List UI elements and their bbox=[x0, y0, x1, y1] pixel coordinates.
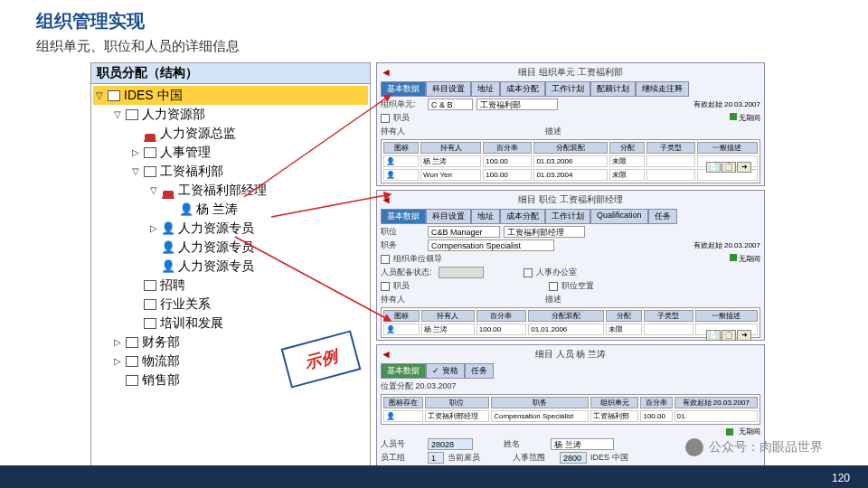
tree-item-training[interactable]: 培训和发展 bbox=[93, 314, 368, 333]
expand-icon[interactable]: ▽ bbox=[129, 165, 142, 178]
tree-label: 工资福利部 bbox=[160, 164, 223, 180]
tree-label: 杨 兰涛 bbox=[196, 202, 238, 218]
tab-addr[interactable]: 地址 bbox=[471, 209, 500, 224]
tab-cost[interactable]: 成本分配 bbox=[500, 209, 545, 224]
col-pos[interactable]: 职位 bbox=[425, 397, 489, 408]
tree-item-hrspec2[interactable]: 👤 人力资源专员 bbox=[93, 238, 368, 257]
tree-label: 人力资源专员 bbox=[178, 239, 254, 256]
tree-item-industry[interactable]: 行业关系 bbox=[93, 295, 368, 314]
tab-plan[interactable]: 工作计划 bbox=[545, 81, 590, 97]
tab-notes[interactable]: 继续走注释 bbox=[636, 81, 689, 97]
col-alloc[interactable]: 分配 bbox=[609, 142, 645, 154]
tree-header: 职员分配（结构） bbox=[91, 63, 370, 84]
col-assign[interactable]: 分配装配 bbox=[533, 142, 608, 154]
footer-bar bbox=[0, 465, 868, 488]
col-date[interactable]: 有效起始 20.03.2007 bbox=[675, 397, 758, 408]
table-row[interactable]: 👤工资福利部经理Compensation Specialist工资福利部100.… bbox=[383, 410, 758, 422]
unit-desc[interactable]: 工资福利部 bbox=[476, 99, 558, 110]
unit-value[interactable]: C & B bbox=[428, 99, 473, 110]
col-subtype[interactable]: 子类型 bbox=[646, 142, 694, 154]
leader-label: 组织单位领导 bbox=[393, 253, 457, 265]
expand-icon[interactable]: ▽ bbox=[147, 184, 160, 197]
org-tree-panel: 职员分配（结构） ▽ IDES 中国 ▽ 人力资源部 人力资源总监 ▷ bbox=[90, 62, 371, 482]
tree-label: 销售部 bbox=[142, 372, 180, 389]
tab-acct[interactable]: 科目设置 bbox=[426, 209, 471, 224]
staff-checkbox[interactable] bbox=[381, 114, 390, 123]
tab-task[interactable]: 任务 bbox=[648, 209, 677, 224]
expand-icon[interactable]: ▽ bbox=[93, 89, 106, 102]
org-unit-icon bbox=[126, 109, 138, 120]
card-title: 细目 职位 工资福利部经理 bbox=[381, 192, 760, 207]
staff-label: 职员 bbox=[393, 112, 437, 124]
office-label: 人事办公室 bbox=[536, 267, 580, 278]
tab-task[interactable]: 任务 bbox=[465, 363, 494, 379]
tree-label: 财务部 bbox=[142, 334, 180, 351]
col-pct[interactable]: 百分率 bbox=[483, 142, 532, 154]
col-holder[interactable]: 持有人 bbox=[420, 142, 481, 154]
action-icon[interactable]: 📄 bbox=[706, 162, 721, 173]
tree-root[interactable]: ▽ IDES 中国 bbox=[93, 86, 368, 105]
collapse-icon[interactable]: ▷ bbox=[129, 146, 142, 159]
table-row[interactable]: 👤杨 兰涛100.0001.03.2006未限 📄📋➜ bbox=[383, 155, 758, 167]
tab-qual[interactable]: Qualification bbox=[590, 209, 648, 224]
tab-cost[interactable]: 成本分配 bbox=[500, 81, 545, 97]
tab-quota[interactable]: 配额计划 bbox=[590, 81, 636, 97]
vacant-checkbox[interactable] bbox=[549, 282, 558, 291]
tab-bar: 基本数据 科目设置 地址 成本分配 工作计划 配额计划 继续走注释 bbox=[381, 81, 760, 97]
col-stored[interactable]: 图标存在 bbox=[383, 397, 423, 408]
tab-basic[interactable]: 基本数据 bbox=[381, 81, 426, 97]
col-org[interactable]: 组织单元 bbox=[590, 397, 638, 408]
desc-label: 描述 bbox=[545, 126, 589, 137]
tree-item-hr-director[interactable]: 人力资源总监 bbox=[93, 124, 368, 143]
wechat-icon bbox=[685, 438, 703, 456]
tab-plan[interactable]: 工作计划 bbox=[545, 209, 590, 224]
tab-qual[interactable]: ✓ 资格 bbox=[426, 363, 465, 379]
job-value[interactable]: Compensation Specialist bbox=[428, 239, 554, 251]
tree-item-hr[interactable]: ▽ 人力资源部 bbox=[93, 105, 368, 124]
org-unit-detail-card: ◄ 细目 组织单元 工资福利部 基本数据 科目设置 地址 成本分配 工作计划 配… bbox=[376, 62, 765, 186]
tab-basic[interactable]: 基本数据 bbox=[381, 363, 426, 379]
action-icon[interactable]: 📋 bbox=[722, 330, 736, 341]
pointer-icon: ◄ bbox=[381, 66, 392, 79]
table-row[interactable]: 👤杨 兰涛100.0001.01.2006未限 📄📋➜ bbox=[383, 324, 758, 335]
pos-desc[interactable]: 工资福利部经理 bbox=[504, 226, 585, 238]
col-job[interactable]: 职务 bbox=[491, 397, 589, 408]
collapse-icon[interactable]: ▷ bbox=[147, 222, 160, 235]
tree-item-recruit[interactable]: 招聘 bbox=[93, 276, 368, 295]
tree-item-compben[interactable]: ▽ 工资福利部 bbox=[93, 162, 368, 181]
tab-addr[interactable]: 地址 bbox=[471, 81, 500, 97]
col-icon[interactable]: 图标 bbox=[383, 142, 419, 154]
collapse-icon[interactable]: ▷ bbox=[111, 355, 124, 368]
table-row[interactable]: 👤Won Yen100.0001.03.2004未限 bbox=[383, 169, 758, 181]
office-checkbox[interactable] bbox=[524, 268, 533, 277]
org-unit-icon bbox=[144, 299, 156, 310]
action-icon[interactable]: 📋 bbox=[722, 162, 736, 173]
area-text: IDES 中国 bbox=[590, 452, 634, 464]
col-pct[interactable]: 百分率 bbox=[640, 397, 672, 408]
tree-item-yang[interactable]: 👤 杨 兰涛 bbox=[93, 200, 368, 219]
col-desc[interactable]: 一般描述 bbox=[697, 142, 759, 154]
org-unit-icon bbox=[144, 280, 156, 291]
action-icon[interactable]: ➜ bbox=[737, 162, 751, 173]
staff-checkbox[interactable] bbox=[381, 282, 390, 291]
tree-item-hrspec1[interactable]: ▷ 👤 人力资源专员 bbox=[93, 219, 368, 238]
position-icon: 👤 bbox=[162, 260, 175, 273]
org-unit-icon bbox=[126, 337, 138, 348]
expand-icon[interactable]: ▽ bbox=[111, 108, 124, 121]
page-number: 120 bbox=[832, 472, 850, 484]
org-unit-icon bbox=[144, 147, 156, 158]
tab-acct[interactable]: 科目设置 bbox=[426, 81, 471, 97]
action-icon[interactable]: 📄 bbox=[706, 330, 721, 341]
tree-item-compben-mgr[interactable]: ▽ 工资福利部经理 bbox=[93, 181, 368, 200]
leader-checkbox[interactable] bbox=[381, 255, 390, 264]
pos-value[interactable]: C&B Manager bbox=[428, 226, 500, 238]
empno-label: 人员号 bbox=[381, 438, 424, 450]
tree-label: 物流部 bbox=[142, 353, 180, 370]
position-icon bbox=[162, 184, 175, 197]
tree-item-personnel[interactable]: ▷ 人事管理 bbox=[93, 143, 368, 162]
stamp-text: 示例 bbox=[303, 344, 340, 373]
tree-item-hrspec3[interactable]: 👤 人力资源专员 bbox=[93, 257, 368, 276]
action-icon[interactable]: ➜ bbox=[737, 330, 751, 341]
tab-basic[interactable]: 基本数据 bbox=[381, 209, 426, 224]
collapse-icon[interactable]: ▷ bbox=[111, 336, 124, 349]
